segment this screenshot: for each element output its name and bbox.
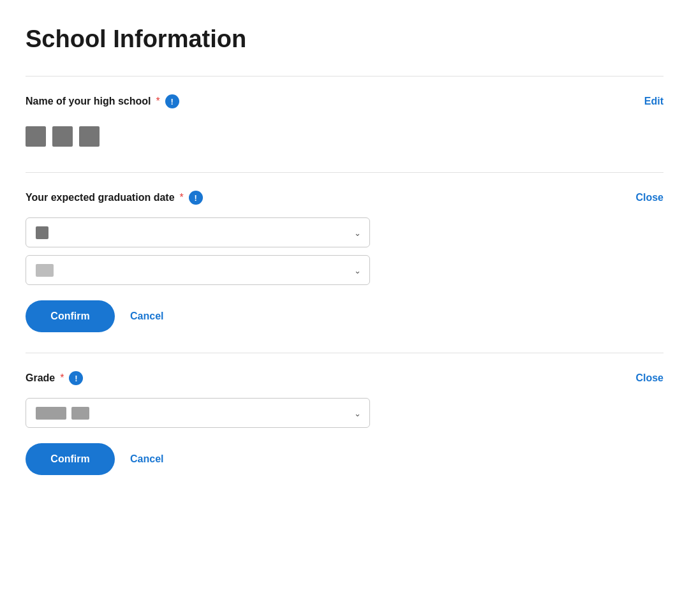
grade-close-button[interactable]: Close [635,372,663,384]
grade-header-left: Grade * ! [26,371,83,385]
grade-select[interactable]: 9th Grade 10th Grade 11th Grade 12th Gra… [26,398,370,428]
grade-confirm-button[interactable]: Confirm [26,443,115,475]
graduation-date-info-icon[interactable]: ! [189,191,203,205]
graduation-date-header: Your expected graduation date * ! Close [26,191,663,205]
high-school-header-left: Name of your high school * ! [26,94,179,108]
school-name-block-3 [79,126,100,147]
grade-header: Grade * ! Close [26,371,663,385]
grade-select-wrapper: 9th Grade 10th Grade 11th Grade 12th Gra… [26,398,370,428]
high-school-section: Name of your high school * ! Edit [26,76,663,172]
graduation-date-required-star: * [180,192,184,203]
school-name-display [26,121,663,152]
graduation-date-button-row: Confirm Cancel [26,300,663,332]
school-name-block-1 [26,126,46,147]
page-title: School Information [26,26,663,53]
grade-cancel-button[interactable]: Cancel [130,453,163,465]
high-school-info-icon[interactable]: ! [165,94,179,108]
graduation-date-close-button[interactable]: Close [635,192,663,203]
grade-section: Grade * ! Close 9th Grade 10th Grade 11t… [26,353,663,495]
graduation-date-confirm-button[interactable]: Confirm [26,300,115,332]
month-select[interactable]: January February March April May June Ju… [26,217,370,247]
high-school-required-star: * [156,96,159,107]
high-school-edit-button[interactable]: Edit [644,96,663,107]
year-select-wrapper: 2024 2025 2026 2027 2028 ⌄ [26,255,370,285]
graduation-date-cancel-button[interactable]: Cancel [130,311,163,322]
high-school-header: Name of your high school * ! Edit [26,94,663,108]
grade-info-icon[interactable]: ! [69,371,83,385]
year-select[interactable]: 2024 2025 2026 2027 2028 [26,255,370,285]
high-school-label: Name of your high school [26,96,151,107]
graduation-date-header-left: Your expected graduation date * ! [26,191,203,205]
graduation-date-section: Your expected graduation date * ! Close … [26,172,663,353]
grade-label: Grade [26,372,55,384]
grade-button-row: Confirm Cancel [26,443,663,475]
month-select-wrapper: January February March April May June Ju… [26,217,370,247]
graduation-date-label: Your expected graduation date [26,192,175,203]
school-name-block-2 [52,126,73,147]
grade-required-star: * [60,372,64,384]
